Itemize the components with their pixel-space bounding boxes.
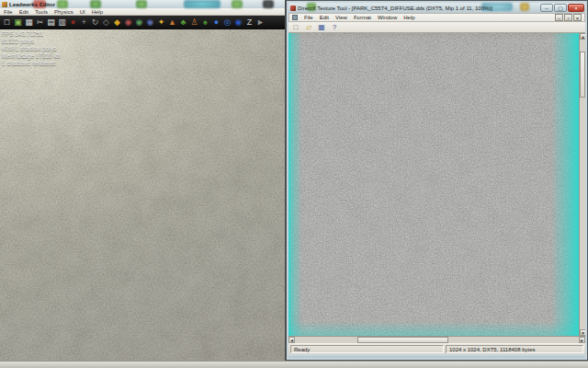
desktop-icon-blob <box>232 0 243 8</box>
desktop-icon-blob <box>136 0 147 8</box>
menu-ui[interactable]: UI <box>80 9 85 15</box>
terrain-icon[interactable]: ▲ <box>167 17 177 29</box>
cut-icon[interactable]: ✂ <box>35 17 45 29</box>
paint-icon[interactable]: ✦ <box>156 17 166 29</box>
open-folder-icon[interactable]: ▱ <box>304 23 313 32</box>
light-icon[interactable]: ◆ <box>112 17 122 29</box>
character-icon[interactable]: ♙ <box>189 17 199 29</box>
scroll-up-icon[interactable]: ▲ <box>580 33 585 40</box>
globe-1-icon[interactable]: ● <box>211 17 221 29</box>
child-close-button[interactable]: × <box>573 14 582 21</box>
desktop-bottom-strip <box>0 361 588 368</box>
save-icon[interactable]: ▦ <box>24 17 34 29</box>
3d-viewport[interactable]: FPS 143.71251 81322 polys 40691 shadow p… <box>0 29 285 361</box>
scale-gizmo-icon[interactable]: ◇ <box>101 17 111 29</box>
open-project-icon[interactable]: ▣ <box>13 17 23 29</box>
rotate-gizmo-icon[interactable]: ↻ <box>90 17 100 29</box>
desktop-icon-blob <box>57 0 68 8</box>
vegetation-icon[interactable]: ♠ <box>200 17 210 29</box>
pointer-icon[interactable]: ► <box>255 17 266 29</box>
gravel-noise-texture <box>288 33 579 336</box>
paste-icon[interactable]: ▥ <box>57 17 67 29</box>
mode-blue-icon[interactable]: ◉ <box>145 17 155 29</box>
menu-file[interactable]: File <box>304 15 313 20</box>
dx-client-area: ▲ ▼ ◄ ► <box>288 33 585 343</box>
vertical-scrollbar[interactable]: ▲ ▼ <box>579 33 585 336</box>
window-bottom-frame <box>288 354 585 358</box>
window-title: Leadwerks Editor <box>9 2 55 7</box>
desktop-icon-blob <box>90 0 101 8</box>
dx-app-icon <box>290 6 296 11</box>
menu-help[interactable]: Help <box>92 9 103 15</box>
save-icon[interactable]: ▦ <box>317 23 326 32</box>
vertical-scroll-thumb[interactable] <box>580 52 585 98</box>
tree-icon[interactable]: ♣ <box>178 17 188 29</box>
minimize-button[interactable]: – <box>540 4 553 12</box>
help-icon[interactable]: ? <box>330 23 339 32</box>
child-minimize-button[interactable]: – <box>555 14 563 21</box>
stat-mem-usage: Mem Usage 17310 kb <box>2 52 61 60</box>
child-restore-button[interactable]: ▫ <box>564 14 572 21</box>
menu-format[interactable]: Format <box>354 15 371 20</box>
menu-edit[interactable]: Edit <box>19 9 28 15</box>
texture-view[interactable] <box>288 33 579 336</box>
scroll-right-icon[interactable]: ► <box>579 337 585 343</box>
stat-polys: 81322 polys <box>2 38 61 45</box>
close-button[interactable]: × <box>568 4 584 12</box>
document-icon[interactable] <box>292 15 298 20</box>
stat-fps: FPS 143.71251 <box>2 30 61 38</box>
leadwerks-menubar: File Edit Tools Physics UI Help <box>0 8 285 16</box>
stat-shadows: 1 shadows rendered <box>2 60 61 67</box>
menu-file[interactable]: File <box>4 9 13 15</box>
maximize-button[interactable]: ▢ <box>554 4 567 12</box>
horizontal-scrollbar[interactable]: ◄ ► <box>288 336 585 343</box>
leadwerks-toolbar: □ ▣ ▦ ✂ ▤ ▥ ● + ↻ ◇ ◆ ◉ ◉ ◉ ✦ ▲ ♣ ♙ ♠ ● … <box>0 16 285 29</box>
directx-texture-tool-window: DirectX Texture Tool - [PARK_C55T4_DIFFU… <box>286 0 588 361</box>
scroll-down-icon[interactable]: ▼ <box>580 329 585 336</box>
script-icon[interactable]: Z <box>244 17 254 29</box>
horizontal-scroll-track[interactable] <box>295 337 579 343</box>
terrain-noise-texture <box>0 29 285 361</box>
new-document-icon[interactable]: □ <box>291 23 300 32</box>
mode-red-icon[interactable]: ◉ <box>123 17 133 29</box>
horizontal-scroll-thumb[interactable] <box>357 337 448 343</box>
menu-edit[interactable]: Edit <box>320 15 329 20</box>
copy-icon[interactable]: ▤ <box>46 17 56 29</box>
menu-tools[interactable]: Tools <box>35 9 48 15</box>
dx-toolbar: □ ▱ ▦ ? <box>288 22 585 33</box>
new-document-icon[interactable]: □ <box>2 17 12 29</box>
vertical-scroll-track[interactable] <box>580 40 585 329</box>
globe-2-icon[interactable]: ◎ <box>222 17 232 29</box>
leadwerks-editor-window: Leadwerks Editor File Edit Tools Physics… <box>0 0 286 361</box>
translate-gizmo-icon[interactable]: + <box>79 17 89 29</box>
status-message: Ready <box>290 345 444 353</box>
leadwerks-titlebar[interactable]: Leadwerks Editor <box>0 0 285 8</box>
material-sphere-icon[interactable]: ● <box>68 17 78 29</box>
menu-view[interactable]: View <box>335 15 347 20</box>
desktop-icon-blob <box>184 0 220 8</box>
globe-3-icon[interactable]: ◉ <box>233 17 243 29</box>
dx-menubar: File Edit View Format Window Help – ▫ × <box>288 13 585 22</box>
stat-shadow-polys: 40691 shadow polys <box>2 45 61 52</box>
dx-titlebar[interactable]: DirectX Texture Tool - [PARK_C55T4_DIFFU… <box>288 3 585 13</box>
menu-window[interactable]: Window <box>378 15 397 20</box>
texture-info-status: 1024 x 1024, DXT5, 1118408 bytes <box>446 345 583 353</box>
desktop-icon-blob <box>263 0 274 8</box>
mode-green-icon[interactable]: ◉ <box>134 17 144 29</box>
dx-statusbar: Ready 1024 x 1024, DXT5, 1118408 bytes <box>288 343 585 354</box>
menu-physics[interactable]: Physics <box>54 9 74 15</box>
leadwerks-app-icon <box>2 2 7 7</box>
window-title: DirectX Texture Tool - [PARK_C55T4_DIFFU… <box>298 6 538 11</box>
menu-help[interactable]: Help <box>403 15 414 20</box>
render-stats-overlay: FPS 143.71251 81322 polys 40691 shadow p… <box>2 30 61 67</box>
scroll-left-icon[interactable]: ◄ <box>288 337 295 343</box>
